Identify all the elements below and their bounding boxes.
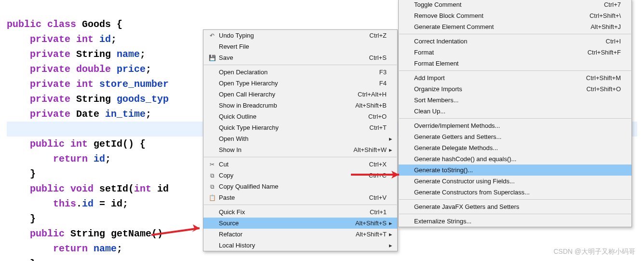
menu-item-shortcut: Ctrl+O [354,113,387,120]
context-item-save[interactable]: 💾SaveCtrl+S [203,52,397,63]
menu-item-label: Open With [218,135,372,142]
menu-item-label: Sort Members... [413,96,606,104]
context-item-revert-file[interactable]: Revert File [203,41,397,52]
menu-item-label: Remove Block Comment [413,12,575,19]
menu-item-label: Open Call Hierarchy [218,91,343,98]
undo-typing-icon: ↶ [206,32,218,39]
copy-qualified-name-icon: ⧉ [206,183,218,190]
source-item-generate-constructor-using-fields[interactable]: Generate Constructor using Fields... [399,176,631,187]
menu-item-label: Save [218,54,355,61]
menu-item-label: Local History [218,242,372,249]
menu-item-label: Clean Up... [413,108,606,115]
context-item-refactor[interactable]: RefactorAlt+Shift+T▸ [203,229,397,240]
menu-item-label: Refactor [218,231,341,238]
menu-item-shortcut: Alt+Shift+J [576,23,621,30]
menu-item-label: Undo Typing [218,32,355,39]
context-item-quick-outline[interactable]: Quick OutlineCtrl+O [203,111,397,122]
menu-item-label: Quick Type Hierarchy [218,124,355,131]
source-item-generate-constructors-from-superclass[interactable]: Generate Constructors from Superclass... [399,187,631,198]
menu-item-shortcut: F4 [365,80,387,87]
menu-item-shortcut: Alt+Shift+T [341,231,387,238]
source-item-generate-getters-and-setters[interactable]: Generate Getters and Setters... [399,131,631,142]
context-item-paste[interactable]: 📋PasteCtrl+V [203,192,397,203]
menu-item-label: Toggle Comment [413,1,590,8]
context-item-source[interactable]: SourceAlt+Shift+S▸ [203,218,397,229]
menu-item-label: Generate Constructor using Fields... [413,178,606,185]
menu-item-shortcut: Ctrl+Z [355,32,387,39]
source-item-externalize-strings[interactable]: Externalize Strings... [399,216,631,227]
context-item-open-with[interactable]: Open With▸ [203,133,397,144]
context-item-quick-fix[interactable]: Quick FixCtrl+1 [203,206,397,218]
context-item-copy-qualified-name[interactable]: ⧉Copy Qualified Name [203,181,397,192]
source-item-correct-indentation[interactable]: Correct IndentationCtrl+I [399,36,631,47]
menu-item-label: Paste [218,194,355,201]
menu-separator [204,157,397,157]
menu-separator [204,205,397,205]
menu-item-label: Quick Outline [218,113,354,120]
menu-item-label: Override/Implement Methods... [413,122,606,129]
watermark: CSDN @大明子又称小码哥 [553,247,635,256]
context-item-copy[interactable]: ⧉CopyCtrl+C [203,170,397,181]
context-menu[interactable]: ↶Undo TypingCtrl+ZRevert File💾SaveCtrl+S… [203,29,398,251]
menu-item-shortcut: Ctrl+V [355,194,387,201]
context-item-undo-typing[interactable]: ↶Undo TypingCtrl+Z [203,30,397,41]
menu-item-label: Cut [218,161,355,168]
menu-separator [399,214,631,214]
source-item-format-element[interactable]: Format Element [399,58,631,69]
context-item-cut[interactable]: ✂CutCtrl+X [203,159,397,170]
context-item-show-in-breadcrumb[interactable]: Show in BreadcrumbAlt+Shift+B [203,100,397,111]
context-item-quick-type-hierarchy[interactable]: Quick Type HierarchyCtrl+T [203,122,397,133]
menu-item-label: Correct Indentation [413,38,591,45]
source-item-sort-members[interactable]: Sort Members... [399,95,631,106]
menu-separator [399,118,631,119]
menu-item-shortcut: Ctrl+C [354,172,387,179]
menu-item-shortcut: Ctrl+Shift+M [572,74,621,82]
source-item-generate-element-comment[interactable]: Generate Element CommentAlt+Shift+J [399,21,631,32]
menu-item-label: Generate toString()... [413,166,606,174]
source-item-remove-block-comment[interactable]: Remove Block CommentCtrl+Shift+\ [399,10,631,21]
menu-item-label: Organize Imports [413,85,572,93]
menu-item-shortcut: Ctrl+I [591,38,621,45]
source-item-add-import[interactable]: Add ImportCtrl+Shift+M [399,72,631,83]
menu-item-label: Open Type Hierarchy [218,80,365,87]
context-item-show-in[interactable]: Show InAlt+Shift+W▸ [203,144,397,155]
menu-item-label: Externalize Strings... [413,218,606,225]
source-item-toggle-comment[interactable]: Toggle CommentCtrl+7 [399,0,631,10]
menu-item-shortcut: Ctrl+1 [355,208,387,216]
source-item-generate-javafx-getters-and-setters[interactable]: Generate JavaFX Getters and Setters [399,201,631,212]
menu-item-label: Open Declaration [218,69,365,76]
save-icon: 💾 [206,55,218,61]
source-item-clean-up[interactable]: Clean Up... [399,106,631,117]
menu-item-label: Generate Delegate Methods... [413,144,606,151]
source-submenu[interactable]: Toggle CommentCtrl+7Remove Block Comment… [398,0,632,227]
context-item-local-history[interactable]: Local History▸ [203,240,397,251]
context-item-open-call-hierarchy[interactable]: Open Call HierarchyCtrl+Alt+H [203,89,397,100]
menu-item-label: Generate hashCode() and equals()... [413,155,606,163]
source-item-format[interactable]: FormatCtrl+Shift+F [399,47,631,58]
menu-item-label: Generate JavaFX Getters and Setters [413,203,606,210]
menu-item-shortcut: Ctrl+Alt+H [343,91,387,98]
menu-item-shortcut: Ctrl+X [355,161,387,168]
source-item-generate-hashcode-and-equals[interactable]: Generate hashCode() and equals()... [399,153,631,165]
menu-item-label: Revert File [218,43,372,50]
menu-item-shortcut: Ctrl+Shift+O [572,85,621,93]
source-item-generate-delegate-methods[interactable]: Generate Delegate Methods... [399,142,631,153]
chevron-right-icon: ▸ [387,231,392,238]
menu-item-label: Format Element [413,60,606,67]
source-item-organize-imports[interactable]: Organize ImportsCtrl+Shift+O [399,83,631,95]
menu-item-label: Generate Constructors from Superclass... [413,189,606,196]
menu-item-label: Copy [218,172,354,179]
source-item-override-implement-methods[interactable]: Override/Implement Methods... [399,120,631,131]
menu-separator [399,70,631,71]
menu-item-shortcut: Ctrl+S [355,54,387,61]
context-item-open-type-hierarchy[interactable]: Open Type HierarchyF4 [203,78,397,89]
context-item-open-declaration[interactable]: Open DeclarationF3 [203,67,397,78]
menu-item-shortcut: Alt+Shift+B [341,102,387,109]
chevron-right-icon: ▸ [387,146,392,153]
menu-item-shortcut: Ctrl+T [355,124,387,131]
menu-item-label: Show in Breadcrumb [218,102,341,109]
menu-separator [399,34,631,34]
chevron-right-icon: ▸ [387,220,392,227]
cut-icon: ✂ [206,161,218,168]
source-item-generate-tostring[interactable]: Generate toString()... [399,165,631,176]
